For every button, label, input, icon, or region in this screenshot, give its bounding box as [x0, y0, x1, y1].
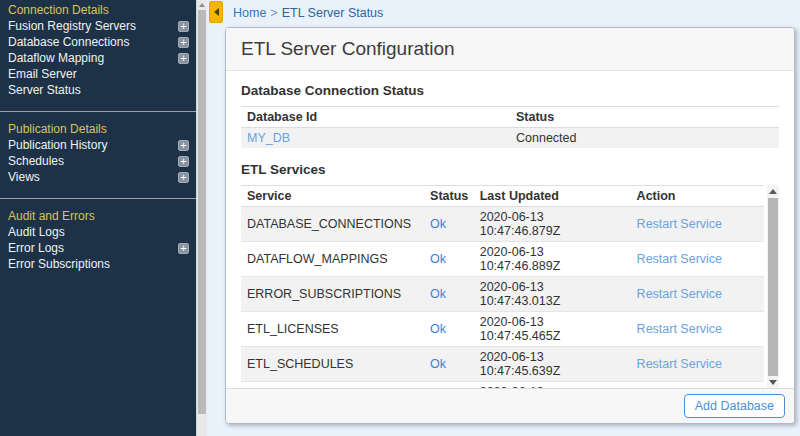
etl-services-scroll-area: Service Status Last Updated Action DATAB… [241, 185, 779, 388]
expand-plus-icon[interactable] [178, 243, 189, 254]
breadcrumb-separator: > [270, 6, 277, 20]
restart-service-link[interactable]: Restart Service [637, 217, 722, 231]
sidebar-item-label: Views [8, 169, 40, 185]
sidebar-item-label: Audit Logs [8, 224, 65, 240]
add-database-button[interactable]: Add Database [684, 394, 785, 418]
sidebar-item-label: Error Subscriptions [8, 256, 110, 272]
service-name: DATABASE_CONNECTIONS [241, 207, 424, 242]
sidebar-item-views[interactable]: Views [0, 169, 196, 185]
sidebar-item-label: Publication History [8, 137, 107, 153]
expand-plus-icon[interactable] [178, 156, 189, 167]
restart-service-link[interactable]: Restart Service [637, 252, 722, 266]
etl-table-scrollbar[interactable] [767, 185, 779, 388]
sidebar-item-email-server[interactable]: Email Server [0, 66, 196, 82]
sidebar-item-label: Email Server [8, 66, 77, 82]
status-link[interactable]: Ok [430, 357, 446, 371]
expand-plus-icon[interactable] [178, 37, 189, 48]
etl-table-scrollbar-thumb[interactable] [768, 198, 778, 376]
last-updated-value: 2020-06-13 10:47:46.879Z [474, 207, 631, 242]
expand-plus-icon[interactable] [178, 172, 189, 183]
sidebar-item-fusion-registry-servers[interactable]: Fusion Registry Servers [0, 18, 196, 34]
service-name: ETL_LICENSES [241, 312, 424, 347]
sidebar-item-label: Database Connections [8, 34, 129, 50]
sidebar-item-audit-logs[interactable]: Audit Logs [0, 224, 196, 240]
sidebar-section-publication-details: Publication Details [0, 121, 196, 137]
table-row: ERROR_SUBSCRIPTIONS Ok 2020-06-13 10:47:… [241, 277, 764, 312]
sidebar-item-database-connections[interactable]: Database Connections [0, 34, 196, 50]
table-row: ETL_SCHEDULES Ok 2020-06-13 10:47:45.639… [241, 347, 764, 382]
database-status-value: Connected [510, 128, 779, 149]
service-name: DATAFLOW_MAPPINGS [241, 242, 424, 277]
collapse-left-arrow-icon [214, 8, 219, 16]
table-row: DATABASE_CONNECTIONS Ok 2020-06-13 10:47… [241, 207, 764, 242]
panel-footer: Add Database [226, 388, 794, 423]
sidebar-scrollbar[interactable] [196, 0, 207, 436]
table-row: DATAFLOW_MAPPINGS Ok 2020-06-13 10:47:46… [241, 242, 764, 277]
sidebar-item-label: Error Logs [8, 240, 64, 256]
sidebar-section-audit-and-errors: Audit and Errors [0, 208, 196, 224]
database-id-link[interactable]: MY_DB [247, 131, 290, 145]
expand-plus-icon[interactable] [178, 140, 189, 151]
main-content: Home>ETL Server Status ETL Server Config… [207, 0, 800, 436]
sidebar-item-schedules[interactable]: Schedules [0, 153, 196, 169]
database-connection-table: Database Id Status MY_DB Connected [241, 106, 779, 148]
column-header-service: Service [241, 186, 424, 207]
service-name: ETL_SCHEDULES [241, 347, 424, 382]
sidebar-item-error-logs[interactable]: Error Logs [0, 240, 196, 256]
table-header-row: Service Status Last Updated Action [241, 186, 764, 207]
sidebar-scrollbar-thumb[interactable] [198, 10, 206, 414]
column-header-action: Action [631, 186, 764, 207]
status-link[interactable]: Ok [430, 217, 446, 231]
table-header-row: Database Id Status [241, 107, 779, 128]
column-header-database-id: Database Id [241, 107, 510, 128]
etl-configuration-panel: ETL Server Configuration Database Connec… [225, 27, 795, 424]
breadcrumb: Home>ETL Server Status [207, 0, 800, 27]
panel-header: ETL Server Configuration [226, 28, 794, 71]
sidebar-divider [0, 198, 196, 199]
sidebar-item-label: Fusion Registry Servers [8, 18, 136, 34]
app-window: Connection Details Fusion Registry Serve… [0, 0, 800, 436]
etl-services-heading: ETL Services [241, 162, 779, 177]
sidebar-item-label: Server Status [8, 82, 81, 98]
breadcrumb-home-link[interactable]: Home [233, 6, 266, 20]
restart-service-link[interactable]: Restart Service [637, 357, 722, 371]
last-updated-value: 2020-06-13 10:47:45.465Z [474, 312, 631, 347]
status-link[interactable]: Ok [430, 322, 446, 336]
table-row: ETL_LICENSES Ok 2020-06-13 10:47:45.465Z… [241, 312, 764, 347]
restart-service-link[interactable]: Restart Service [637, 322, 722, 336]
sidebar-item-label: Schedules [8, 153, 64, 169]
scroll-up-arrow-icon[interactable] [199, 3, 205, 7]
sidebar-divider [0, 111, 196, 112]
etl-services-table: Service Status Last Updated Action DATAB… [241, 185, 764, 388]
sidebar-item-error-subscriptions[interactable]: Error Subscriptions [0, 256, 196, 272]
sidebar-item-dataflow-mapping[interactable]: Dataflow Mapping [0, 50, 196, 66]
panel-body: Database Connection Status Database Id S… [226, 71, 794, 388]
service-name: ERROR_SUBSCRIPTIONS [241, 277, 424, 312]
sidebar-item-server-status[interactable]: Server Status [0, 82, 196, 98]
expand-plus-icon[interactable] [178, 21, 189, 32]
status-link[interactable]: Ok [430, 252, 446, 266]
expand-plus-icon[interactable] [178, 53, 189, 64]
column-header-last-updated: Last Updated [474, 186, 631, 207]
page-title: ETL Server Configuration [241, 38, 455, 59]
column-header-status: Status [424, 186, 474, 207]
breadcrumb-current: ETL Server Status [282, 6, 384, 20]
sidebar-item-publication-history[interactable]: Publication History [0, 137, 196, 153]
table-row: MY_DB Connected [241, 128, 779, 149]
sidebar: Connection Details Fusion Registry Serve… [0, 0, 196, 436]
sidebar-item-label: Dataflow Mapping [8, 50, 104, 66]
sidebar-collapse-button[interactable] [209, 1, 223, 23]
last-updated-value: 2020-06-13 10:47:43.013Z [474, 277, 631, 312]
status-link[interactable]: Ok [430, 287, 446, 301]
scroll-down-arrow-icon[interactable] [769, 380, 777, 385]
scroll-up-arrow-icon[interactable] [769, 189, 777, 194]
column-header-status: Status [510, 107, 779, 128]
db-connection-status-heading: Database Connection Status [241, 83, 779, 98]
last-updated-value: 2020-06-13 10:47:46.889Z [474, 242, 631, 277]
restart-service-link[interactable]: Restart Service [637, 287, 722, 301]
last-updated-value: 2020-06-13 10:47:45.639Z [474, 347, 631, 382]
sidebar-section-connection-details: Connection Details [0, 2, 196, 18]
